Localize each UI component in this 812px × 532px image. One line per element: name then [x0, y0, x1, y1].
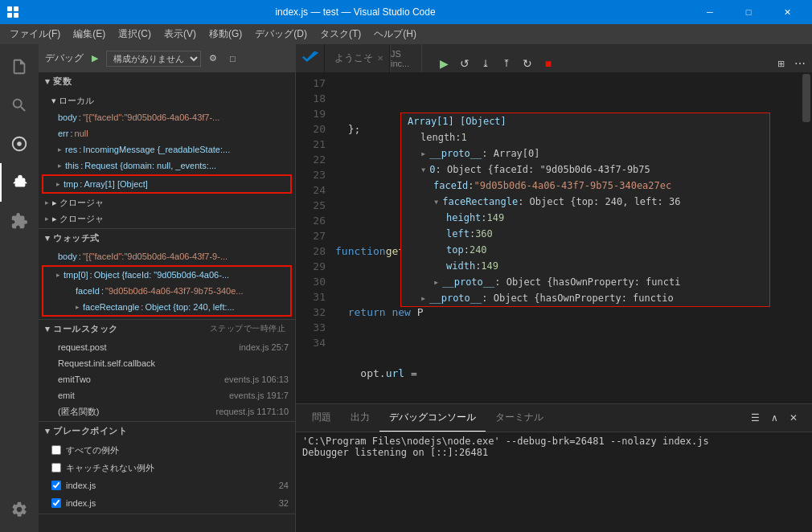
- debug-panel: デバッグ ▶ 構成がありません ⚙ □ ▾ 変数 ▾ ローカル: [39, 44, 296, 532]
- callstack-item-1[interactable]: Request.init.self.callback: [39, 355, 295, 371]
- panel-filter-button[interactable]: ☰: [746, 409, 764, 427]
- hover-row-7[interactable]: left: 360: [401, 226, 769, 242]
- menu-select[interactable]: 選択(C): [112, 24, 158, 44]
- bp-uncaught-exceptions[interactable]: キャッチされない例外: [39, 459, 295, 477]
- closure2-header[interactable]: ▸ ▸ クロージャ: [39, 211, 295, 227]
- code-editor[interactable]: 17 18 19 20 21 22 23 24 25 26 27 28 29 3…: [296, 72, 812, 403]
- debug-var-body[interactable]: body : "[{"faceId":"9d05b0d6-4a06-43f7-.…: [39, 109, 295, 125]
- menu-debug[interactable]: デバッグ(D): [248, 24, 314, 44]
- debug-var-res[interactable]: ▸ res : IncomingMessage {_readableState:…: [39, 141, 295, 158]
- panel-close-button[interactable]: ✕: [785, 409, 802, 427]
- svg-rect-3: [14, 13, 18, 18]
- activity-settings[interactable]: [0, 490, 39, 529]
- menu-view[interactable]: 表示(V): [158, 24, 203, 44]
- callstack-header[interactable]: ▾ コールスタック ステップで一時停止: [39, 320, 295, 338]
- scrollbar-thumb[interactable]: [802, 74, 810, 122]
- hover-row-11[interactable]: ▸__proto__: Object {hasOwnProperty: func…: [401, 290, 769, 306]
- bp-indexjs-32[interactable]: index.js 32: [39, 494, 295, 512]
- titlebar: index.js — test — Visual Studio Code ─ □…: [0, 0, 812, 24]
- closure1-header[interactable]: ▸ ▸ クロージャ: [39, 194, 295, 211]
- watch-body[interactable]: body : "[{"faceId":"9d05b0d6-4a06-43f7-9…: [39, 248, 295, 264]
- callstack-item-3[interactable]: emit events.js 191:7: [39, 387, 295, 403]
- debug-var-tmp-highlighted: ▸ tmp : Array[1] [Object]: [42, 174, 292, 194]
- welcome-tab[interactable]: ようこそ ✕: [325, 44, 390, 72]
- panel-tab-terminal[interactable]: ターミナル: [486, 403, 553, 432]
- panel-tabs: 問題 出力 デバッグコンソール ターミナル ☰ ∧ ✕: [296, 404, 812, 432]
- debug-var-this[interactable]: ▸ this : Request {domain: null, _events:…: [39, 158, 295, 174]
- code-area-wrapper: 17 18 19 20 21 22 23 24 25 26 27 28 29 3…: [296, 72, 812, 532]
- debug-stepout-button[interactable]: ↻: [519, 55, 536, 72]
- bp-indexjs-24[interactable]: index.js 24: [39, 477, 295, 494]
- welcome-tab-close[interactable]: ✕: [375, 53, 386, 64]
- panel-tabs-row: 問題 出力 デバッグコンソール ターミナル ☰ ∧ ✕: [302, 403, 806, 432]
- panel-tab-debug-console[interactable]: デバッグコンソール: [379, 403, 486, 432]
- breakpoints-content: すべての例外 キャッチされない例外 index.js 24 index.js: [39, 440, 295, 514]
- hover-row-1[interactable]: length: 1: [401, 129, 769, 145]
- activity-extensions[interactable]: [0, 202, 39, 240]
- callstack-item-4[interactable]: (匿名関数) request.js 1171:10: [39, 403, 295, 419]
- more-actions-button[interactable]: ⋯: [791, 55, 809, 72]
- menu-task[interactable]: タスク(T): [314, 24, 367, 44]
- panel-tab-problems[interactable]: 問題: [302, 403, 341, 432]
- menu-goto[interactable]: 移動(G): [203, 24, 248, 44]
- menu-edit[interactable]: 編集(E): [67, 24, 112, 44]
- hover-row-6[interactable]: height: 149: [401, 210, 769, 226]
- variables-content: ▾ ローカル body : "[{"faceId":"9d05b0d6-4a06…: [39, 90, 295, 228]
- panel-line-1: Debugger listening on [::]:26481: [302, 447, 806, 458]
- bp-all-exceptions[interactable]: すべての例外: [39, 441, 295, 459]
- debug-gear-button[interactable]: ⚙: [204, 51, 222, 65]
- watch-faceid[interactable]: faceId : "9d05b0d6-4a06-43f7-9b75-340e..…: [43, 283, 290, 299]
- activity-git[interactable]: [0, 125, 39, 163]
- hover-row-10[interactable]: ▸__proto__: Object {hasOwnProperty: func…: [401, 274, 769, 290]
- debug-restart-button[interactable]: ↺: [456, 55, 474, 72]
- bp-uncaught-checkbox[interactable]: [51, 463, 61, 473]
- callstack-item-2[interactable]: emitTwo events.js 106:13: [39, 371, 295, 387]
- hover-row-5[interactable]: ▾faceRectangle: Object {top: 240, left: …: [401, 194, 769, 210]
- menu-help[interactable]: ヘルプ(H): [367, 24, 423, 44]
- hover-row-3[interactable]: ▾0: Object {faceId: "9d05b0d6-43f7-9b75: [401, 162, 769, 178]
- debug-settings-button[interactable]: □: [225, 52, 240, 65]
- activity-search[interactable]: [0, 86, 39, 125]
- debug-continue-button[interactable]: ▶: [435, 55, 453, 72]
- activity-explorer[interactable]: [0, 47, 39, 86]
- hover-row-2[interactable]: ▸__proto__: Array[0]: [401, 145, 769, 162]
- debug-stepinto-button[interactable]: ⤒: [498, 55, 515, 72]
- activity-debug[interactable]: [0, 163, 39, 202]
- svg-rect-1: [14, 6, 18, 11]
- debug-var-err[interactable]: err : null: [39, 125, 295, 141]
- bp-indexjs32-checkbox[interactable]: [51, 498, 61, 508]
- hover-row-9[interactable]: width: 149: [401, 258, 769, 274]
- panel-area: 問題 出力 デバッグコンソール ターミナル ☰ ∧ ✕ 'C:\Program …: [296, 403, 812, 532]
- hover-row-0[interactable]: Array[1] [Object]: [401, 113, 769, 129]
- debug-toolbar: デバッグ ▶ 構成がありません ⚙ □: [39, 44, 295, 72]
- js-tab[interactable]: JS inc...: [390, 44, 422, 72]
- editor-scrollbar[interactable]: [801, 72, 812, 403]
- panel-up-button[interactable]: ∧: [765, 409, 783, 427]
- bp-indexjs24-checkbox[interactable]: [51, 481, 61, 490]
- local-header[interactable]: ▾ ローカル: [39, 92, 295, 109]
- variables-header[interactable]: ▾ 変数: [39, 72, 295, 90]
- callstack-item-0[interactable]: request.post index.js 25:7: [39, 339, 295, 355]
- maximize-button[interactable]: □: [730, 0, 767, 24]
- debug-var-tmp[interactable]: ▸ tmp : Array[1] [Object]: [43, 176, 290, 192]
- debug-stop-button[interactable]: ■: [539, 55, 557, 72]
- close-button[interactable]: ✕: [769, 0, 806, 24]
- hover-row-8[interactable]: top: 240: [401, 242, 769, 258]
- watch-facerect[interactable]: ▸ faceRectangle : Object {top: 240, left…: [43, 299, 290, 315]
- debug-stepover-button[interactable]: ⤓: [477, 55, 494, 72]
- debug-config-select[interactable]: 構成がありません: [106, 51, 201, 67]
- watch-header[interactable]: ▾ ウォッチ式: [39, 229, 295, 247]
- breakpoints-header[interactable]: ▾ ブレークポイント: [39, 422, 295, 440]
- menu-file[interactable]: ファイル(F): [3, 24, 67, 44]
- watch-tmp0[interactable]: ▸ tmp[0] : Object {faceId: "9d05b0d6-4a0…: [43, 267, 290, 283]
- editor-tabs-right: ⊞ ⋯: [769, 55, 812, 72]
- content-area: デバッグ ▶ 構成がありません ⚙ □ ▾ 変数 ▾ ローカル: [0, 44, 812, 532]
- debug-play-button[interactable]: ▶: [87, 51, 103, 65]
- watch-section: ▾ ウォッチ式 body : "[{"faceId":"9d05b0d6-4a0…: [39, 229, 295, 320]
- split-editor-button[interactable]: ⊞: [772, 55, 789, 72]
- callstack-section: ▾ コールスタック ステップで一時停止 request.post index.j…: [39, 320, 295, 422]
- bp-all-checkbox[interactable]: [51, 445, 61, 455]
- panel-tab-output[interactable]: 出力: [341, 403, 379, 432]
- minimize-button[interactable]: ─: [691, 0, 728, 24]
- hover-row-4[interactable]: faceId: "9d05b0d6-4a06-43f7-9b75-340ea27…: [401, 178, 769, 194]
